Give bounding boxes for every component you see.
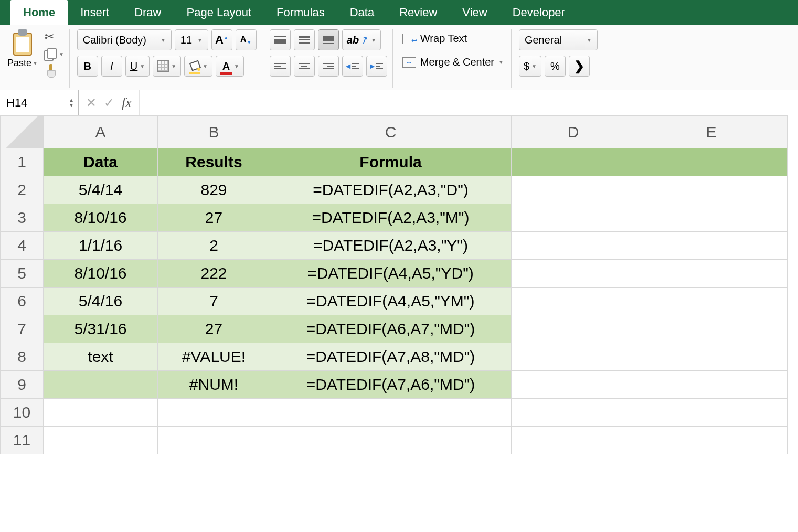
tab-draw[interactable]: Draw bbox=[122, 0, 174, 25]
align-center-button[interactable] bbox=[294, 56, 315, 77]
row-header-10[interactable]: 10 bbox=[1, 399, 44, 427]
orientation-button[interactable]: ab↗▼ bbox=[342, 29, 381, 50]
tab-insert[interactable]: Insert bbox=[68, 0, 122, 25]
cell-D3[interactable] bbox=[512, 204, 635, 232]
row-header-2[interactable]: 2 bbox=[1, 176, 44, 204]
align-middle-button[interactable] bbox=[294, 29, 315, 50]
underline-button[interactable]: U▼ bbox=[125, 56, 150, 77]
paste-button[interactable]: Paste ▼ bbox=[7, 29, 38, 69]
col-header-C[interactable]: C bbox=[270, 116, 512, 148]
tab-view[interactable]: View bbox=[450, 0, 499, 25]
align-bottom-button[interactable] bbox=[318, 29, 339, 50]
cell-D10[interactable] bbox=[512, 399, 635, 427]
copy-button[interactable]: ▼ bbox=[44, 48, 64, 60]
cell-A1[interactable]: Data bbox=[44, 148, 158, 176]
cell-B3[interactable]: 27 bbox=[158, 204, 270, 232]
cell-B7[interactable]: 27 bbox=[158, 315, 270, 343]
cell-E3[interactable] bbox=[635, 204, 788, 232]
cell-A6[interactable]: 5/4/16 bbox=[44, 288, 158, 315]
cell-C8[interactable]: =DATEDIF(A7,A8,"MD") bbox=[270, 343, 512, 371]
cell-E6[interactable] bbox=[635, 288, 788, 315]
font-color-button[interactable]: A▼ bbox=[216, 56, 244, 77]
row-header-8[interactable]: 8 bbox=[1, 343, 44, 371]
cell-C9[interactable]: =DATEDIF(A7,A6,"MD") bbox=[270, 371, 512, 399]
cell-C2[interactable]: =DATEDIF(A2,A3,"D") bbox=[270, 176, 512, 204]
cell-B9[interactable]: #NUM! bbox=[158, 371, 270, 399]
cell-A8[interactable]: text bbox=[44, 343, 158, 371]
cell-D6[interactable] bbox=[512, 288, 635, 315]
name-box-stepper[interactable]: ▲▼ bbox=[69, 98, 74, 108]
cell-A3[interactable]: 8/10/16 bbox=[44, 204, 158, 232]
cell-D2[interactable] bbox=[512, 176, 635, 204]
cell-D11[interactable] bbox=[512, 427, 635, 454]
currency-button[interactable]: $▼ bbox=[519, 56, 541, 77]
col-header-D[interactable]: D bbox=[512, 116, 635, 148]
increase-font-button[interactable]: A▲ bbox=[211, 29, 232, 50]
cell-E2[interactable] bbox=[635, 176, 788, 204]
row-header-4[interactable]: 4 bbox=[1, 232, 44, 260]
decrease-indent-button[interactable]: ◀ bbox=[342, 56, 363, 77]
cell-B11[interactable] bbox=[158, 427, 270, 454]
cell-C1[interactable]: Formula bbox=[270, 148, 512, 176]
row-header-7[interactable]: 7 bbox=[1, 315, 44, 343]
cell-B2[interactable]: 829 bbox=[158, 176, 270, 204]
align-right-button[interactable] bbox=[318, 56, 339, 77]
cell-B1[interactable]: Results bbox=[158, 148, 270, 176]
number-format-dropdown[interactable]: General ▼ bbox=[519, 29, 598, 50]
cell-C3[interactable]: =DATEDIF(A2,A3,"M") bbox=[270, 204, 512, 232]
font-name-dropdown[interactable]: Calibri (Body) ▼ bbox=[77, 29, 172, 50]
row-header-3[interactable]: 3 bbox=[1, 204, 44, 232]
italic-button[interactable]: I bbox=[101, 56, 122, 77]
cell-A4[interactable]: 1/1/16 bbox=[44, 232, 158, 260]
cell-A10[interactable] bbox=[44, 399, 158, 427]
cancel-formula-button[interactable]: ✕ bbox=[86, 95, 97, 110]
comma-style-button[interactable]: ❯ bbox=[569, 56, 590, 77]
align-top-button[interactable] bbox=[270, 29, 291, 50]
cell-D1[interactable] bbox=[512, 148, 635, 176]
cell-A9[interactable] bbox=[44, 371, 158, 399]
grid[interactable]: A B C D E 1 Data Results Formula 2 5/4/1… bbox=[0, 115, 788, 454]
name-box[interactable]: H14 ▲▼ bbox=[0, 90, 79, 115]
merge-center-button[interactable]: ↔ Merge & Center ▼ bbox=[400, 53, 506, 71]
cell-E7[interactable] bbox=[635, 315, 788, 343]
cell-B10[interactable] bbox=[158, 399, 270, 427]
col-header-A[interactable]: A bbox=[44, 116, 158, 148]
row-header-5[interactable]: 5 bbox=[1, 260, 44, 288]
tab-page-layout[interactable]: Page Layout bbox=[174, 0, 264, 25]
enter-formula-button[interactable]: ✓ bbox=[104, 95, 114, 110]
formula-input[interactable] bbox=[139, 90, 798, 115]
cell-C5[interactable]: =DATEDIF(A4,A5,"YD") bbox=[270, 260, 512, 288]
cell-D8[interactable] bbox=[512, 343, 635, 371]
tab-review[interactable]: Review bbox=[387, 0, 450, 25]
cell-B4[interactable]: 2 bbox=[158, 232, 270, 260]
align-left-button[interactable] bbox=[270, 56, 291, 77]
tab-developer[interactable]: Developer bbox=[500, 0, 578, 25]
tab-formulas[interactable]: Formulas bbox=[264, 0, 337, 25]
tab-home[interactable]: Home bbox=[10, 0, 68, 25]
cell-B6[interactable]: 7 bbox=[158, 288, 270, 315]
col-header-E[interactable]: E bbox=[635, 116, 788, 148]
cell-E8[interactable] bbox=[635, 343, 788, 371]
cell-C6[interactable]: =DATEDIF(A4,A5,"YM") bbox=[270, 288, 512, 315]
cell-B5[interactable]: 222 bbox=[158, 260, 270, 288]
cell-D5[interactable] bbox=[512, 260, 635, 288]
font-size-dropdown[interactable]: 11 ▼ bbox=[175, 29, 208, 50]
cell-B8[interactable]: #VALUE! bbox=[158, 343, 270, 371]
row-header-6[interactable]: 6 bbox=[1, 288, 44, 315]
increase-indent-button[interactable]: ▶ bbox=[366, 56, 387, 77]
tab-data[interactable]: Data bbox=[337, 0, 387, 25]
cell-A5[interactable]: 8/10/16 bbox=[44, 260, 158, 288]
cell-C7[interactable]: =DATEDIF(A6,A7,"MD") bbox=[270, 315, 512, 343]
bold-button[interactable]: B bbox=[77, 56, 98, 77]
col-header-B[interactable]: B bbox=[158, 116, 270, 148]
select-all-corner[interactable] bbox=[1, 116, 44, 148]
wrap-text-button[interactable]: ↩ Wrap Text bbox=[400, 29, 469, 48]
cell-C10[interactable] bbox=[270, 399, 512, 427]
percent-button[interactable]: % bbox=[545, 56, 566, 77]
cell-A2[interactable]: 5/4/14 bbox=[44, 176, 158, 204]
cell-D4[interactable] bbox=[512, 232, 635, 260]
cell-E5[interactable] bbox=[635, 260, 788, 288]
cell-D7[interactable] bbox=[512, 315, 635, 343]
cell-C11[interactable] bbox=[270, 427, 512, 454]
cell-A11[interactable] bbox=[44, 427, 158, 454]
